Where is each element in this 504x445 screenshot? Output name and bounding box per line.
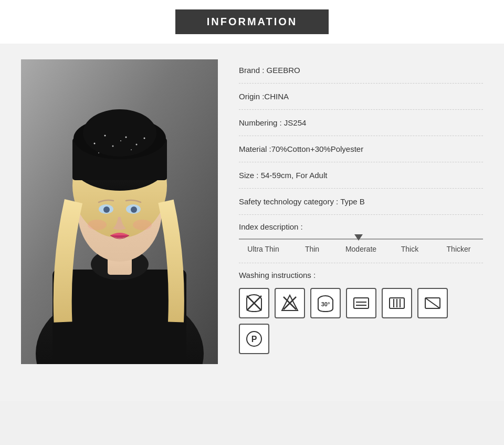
safety-text: Safety technology category : Type B (239, 197, 365, 206)
thickness-label-4: Thicker (434, 245, 483, 253)
info-section: Brand : GEEBRO Origin :CHINA Numbering :… (239, 59, 483, 354)
slider-labels: Ultra Thin Thin Moderate Thick Thicker (239, 245, 483, 253)
iron-icon (382, 288, 412, 318)
svg-point-24 (131, 206, 137, 213)
origin-text: Origin :CHINA (239, 92, 289, 101)
thickness-label-3: Thick (385, 245, 434, 253)
svg-point-20 (120, 140, 121, 141)
size-text: Size : 54-59cm, For Adult (239, 171, 327, 180)
washing-icons-row: 30° (239, 288, 483, 354)
svg-point-14 (112, 146, 114, 147)
material-row: Material :70%Cotton+30%Polyester (239, 136, 483, 162)
thickness-label-2: Moderate (337, 245, 385, 253)
svg-rect-33 (354, 298, 369, 308)
size-row: Size : 54-59cm, For Adult (239, 162, 483, 189)
svg-point-26 (133, 220, 152, 230)
svg-point-18 (98, 152, 99, 153)
slider-indicator (354, 234, 363, 241)
brand-text: Brand : GEEBRO (239, 66, 300, 75)
numbering-row: Numbering : JS254 (239, 110, 483, 136)
svg-point-12 (94, 143, 96, 144)
main-content: Brand : GEEBRO Origin :CHINA Numbering :… (0, 44, 504, 380)
numbering-text: Numbering : JS254 (239, 118, 306, 127)
dry-clean-icon (417, 288, 448, 318)
washing-section: Washing instructions : (239, 263, 483, 354)
svg-line-41 (425, 298, 440, 308)
brand-row: Brand : GEEBRO (239, 65, 483, 84)
slider-track (239, 239, 483, 240)
product-image (21, 59, 218, 364)
svg-point-17 (144, 138, 145, 139)
safety-row: Safety technology category : Type B (239, 189, 483, 215)
svg-point-15 (125, 137, 127, 138)
washing-title: Washing instructions : (239, 271, 483, 280)
tumble-dry-icon (346, 288, 376, 318)
origin-row: Origin :CHINA (239, 84, 483, 110)
thickness-slider: Ultra Thin Thin Moderate Thick Thicker (239, 239, 483, 253)
svg-point-19 (131, 149, 132, 150)
warm-wash-icon: 30° (310, 288, 341, 318)
circle-p-icon: P (239, 324, 269, 354)
page-title: INFORMATION (175, 9, 329, 34)
header-section: INFORMATION (0, 0, 504, 44)
thickness-label-0: Ultra Thin (239, 245, 288, 253)
no-wash-icon (239, 288, 269, 318)
svg-point-11 (83, 109, 156, 157)
svg-point-25 (88, 220, 107, 230)
svg-point-16 (136, 144, 138, 146)
no-bleach-icon (275, 288, 305, 318)
bottom-padding (0, 380, 504, 401)
thickness-label-1: Thin (288, 245, 337, 253)
svg-text:30°: 30° (321, 301, 330, 307)
svg-rect-3 (52, 270, 186, 364)
material-text: Material :70%Cotton+30%Polyester (239, 144, 363, 153)
svg-point-23 (103, 206, 110, 213)
svg-text:P: P (251, 335, 257, 344)
svg-point-13 (104, 135, 106, 137)
index-description-section: Index description : Ultra Thin Thin Mode… (239, 215, 483, 263)
index-desc-title: Index description : (239, 222, 483, 231)
